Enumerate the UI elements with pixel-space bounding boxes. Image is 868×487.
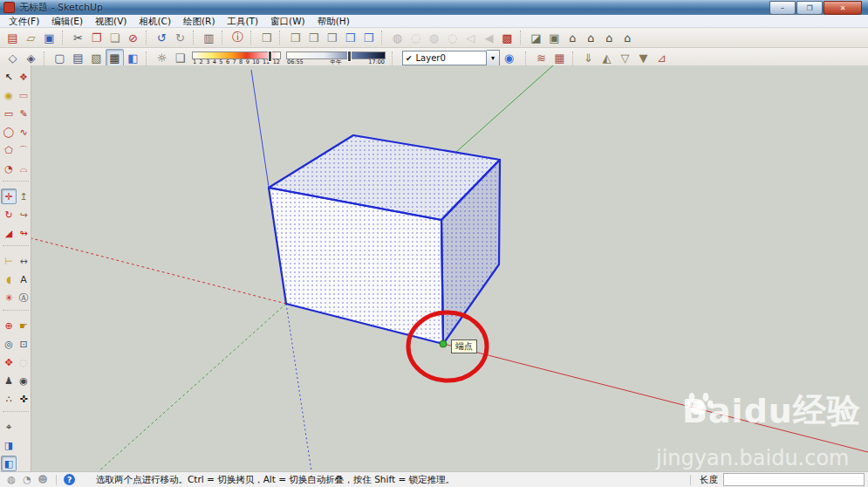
iso-view-icon[interactable]: ◪ bbox=[527, 29, 545, 47]
time-slider-track[interactable] bbox=[286, 51, 386, 59]
zoom-extents-tool[interactable]: ✥ bbox=[1, 354, 17, 370]
smoove-icon[interactable]: ⇓ bbox=[579, 49, 598, 67]
textured-style-icon[interactable]: ▦ bbox=[106, 49, 124, 67]
position-target-tool[interactable]: ⌖ bbox=[1, 419, 17, 435]
menu-tools[interactable]: 工具(T) bbox=[221, 15, 264, 27]
shadow-toggle-icon[interactable]: ❑ bbox=[171, 49, 189, 67]
date-slider-track[interactable] bbox=[192, 51, 281, 59]
geolocation-icon[interactable]: ◍ bbox=[5, 474, 17, 486]
component-icon-2[interactable]: ❒ bbox=[304, 29, 323, 47]
erase-icon[interactable]: ⊘ bbox=[124, 29, 142, 47]
flip-edge-icon[interactable]: ⊿ bbox=[653, 49, 671, 67]
minimize-button[interactable]: – bbox=[769, 1, 796, 15]
terrain-contours-icon[interactable]: ≋ bbox=[532, 49, 550, 67]
layer-select[interactable]: ✔ Layer0 bbox=[402, 51, 487, 65]
open-file-icon[interactable]: ▱ bbox=[22, 29, 40, 47]
xray-style-icon[interactable]: ◇ bbox=[3, 49, 22, 67]
pushpull-tool[interactable]: ↥ bbox=[16, 189, 31, 204]
shadow-settings-icon[interactable]: ☼ bbox=[153, 49, 171, 67]
make-component-tool[interactable]: ❖ bbox=[16, 69, 31, 85]
turnaround-tool[interactable]: ✜ bbox=[16, 391, 31, 407]
eraser-tool[interactable]: ▭ bbox=[16, 87, 31, 103]
interact-icon-2[interactable]: ◌ bbox=[407, 29, 425, 47]
3d-text-tool[interactable]: Ⓐ bbox=[16, 290, 31, 305]
previous-view-tool[interactable]: ◌ bbox=[16, 354, 31, 370]
restore-button[interactable]: ❐ bbox=[796, 1, 823, 15]
zoom-tool[interactable]: ◎ bbox=[1, 336, 17, 352]
top-view-icon[interactable]: ▣ bbox=[545, 29, 564, 47]
shaded-style-icon[interactable]: ▧ bbox=[87, 49, 106, 67]
interact-icon-3[interactable]: ◍ bbox=[425, 29, 443, 47]
zoom-window-tool[interactable]: ⊡ bbox=[16, 336, 31, 352]
arc2-tool[interactable]: ⌓ bbox=[16, 161, 31, 176]
front-view-icon[interactable]: ⌂ bbox=[564, 29, 582, 47]
circle-tool[interactable]: ◯ bbox=[1, 124, 17, 140]
tape-measure-tool[interactable]: ⊢ bbox=[1, 253, 17, 269]
shadow-time-slider[interactable]: 06:55 中午 17:00 bbox=[286, 51, 386, 65]
redo-icon[interactable]: ↻ bbox=[171, 29, 189, 47]
terrain-scratch-icon[interactable]: ▦ bbox=[550, 49, 569, 67]
make-group-icon[interactable]: ❒ bbox=[257, 29, 276, 47]
rectangle-tool[interactable]: ▭ bbox=[1, 106, 17, 121]
interact-icon-5[interactable]: ◁ bbox=[461, 29, 480, 47]
stamp-icon[interactable]: ◭ bbox=[598, 49, 616, 67]
axes-tool[interactable]: ✳ bbox=[1, 290, 17, 305]
protractor-tool[interactable]: ◖ bbox=[1, 271, 17, 287]
move-tool[interactable]: ✛ bbox=[1, 189, 17, 204]
walk-tool[interactable]: ∴ bbox=[1, 391, 17, 407]
wireframe-style-icon[interactable]: ▢ bbox=[51, 49, 69, 67]
print-icon[interactable]: ▥ bbox=[200, 29, 218, 47]
rotate-tool[interactable]: ↻ bbox=[1, 207, 17, 223]
add-detail-icon[interactable]: ▼ bbox=[634, 49, 653, 67]
component-icon-5[interactable]: ❒ bbox=[359, 29, 378, 47]
menu-camera[interactable]: 相机(C) bbox=[133, 15, 177, 27]
arc-tool[interactable]: ⌒ bbox=[16, 142, 31, 158]
menu-edit[interactable]: 编辑(E) bbox=[45, 15, 89, 27]
polygon-tool[interactable]: ⬠ bbox=[1, 142, 17, 158]
interact-icon-4[interactable]: ◌ bbox=[443, 29, 461, 47]
x-box-icon[interactable]: ▩ bbox=[498, 29, 516, 47]
credit-icon[interactable]: ◔ bbox=[21, 474, 33, 486]
new-file-icon[interactable]: ▤ bbox=[3, 29, 22, 47]
section-plane-tool[interactable]: ◨ bbox=[1, 437, 17, 453]
menu-file[interactable]: 文件(F) bbox=[3, 15, 45, 27]
right-view-icon[interactable]: ⌂ bbox=[582, 29, 600, 47]
close-button[interactable]: ✕ bbox=[824, 1, 862, 15]
component-icon-3[interactable]: ❒ bbox=[323, 29, 341, 47]
layer-dropdown-arrow[interactable]: ▾ bbox=[487, 50, 500, 66]
position-camera-tool[interactable]: ♟ bbox=[1, 373, 17, 388]
interact-icon-1[interactable]: ◍ bbox=[388, 29, 407, 47]
text-tool[interactable]: A bbox=[16, 271, 31, 287]
cut-icon[interactable]: ✂ bbox=[69, 29, 87, 47]
help-icon[interactable]: ? bbox=[64, 474, 75, 485]
look-around-tool[interactable]: ◉ bbox=[16, 373, 31, 388]
pan-tool[interactable]: ☛ bbox=[16, 318, 31, 333]
user-icon[interactable]: ☻ bbox=[37, 474, 49, 486]
orbit-tool[interactable]: ⊕ bbox=[1, 318, 17, 333]
component-icon-1[interactable]: ❒ bbox=[286, 29, 304, 47]
measurement-input[interactable] bbox=[723, 473, 865, 486]
time-slider-handle[interactable] bbox=[347, 51, 352, 62]
cube-model[interactable] bbox=[269, 135, 500, 344]
component-icon-4[interactable]: ❒ bbox=[341, 29, 359, 47]
save-icon[interactable]: ▣ bbox=[40, 29, 58, 47]
shadow-date-slider[interactable]: 123456789101112 bbox=[192, 51, 281, 65]
select-tool[interactable]: ↖ bbox=[1, 69, 17, 85]
undo-icon[interactable]: ↺ bbox=[153, 29, 171, 47]
model-info-icon[interactable]: ⓘ bbox=[229, 29, 247, 47]
copy-icon[interactable]: ❐ bbox=[87, 29, 106, 47]
interact-icon-6[interactable]: ◀ bbox=[480, 29, 498, 47]
layer-manager-icon[interactable]: ◉ bbox=[500, 49, 518, 67]
scale-tool[interactable]: ◢ bbox=[1, 225, 17, 241]
menu-draw[interactable]: 绘图(R) bbox=[177, 15, 222, 27]
hiddenline-style-icon[interactable]: ▤ bbox=[69, 49, 87, 67]
section-cut-tool[interactable]: ◧ bbox=[1, 456, 17, 471]
dimension-tool[interactable]: ↔ bbox=[16, 253, 31, 269]
left-view-icon[interactable]: ⌂ bbox=[619, 29, 637, 47]
backedge-style-icon[interactable]: ◈ bbox=[22, 49, 40, 67]
line-tool[interactable]: ✎ bbox=[16, 106, 31, 121]
menu-help[interactable]: 帮助(H) bbox=[311, 15, 356, 27]
menu-view[interactable]: 视图(V) bbox=[89, 15, 133, 27]
pie-tool[interactable]: ◔ bbox=[1, 161, 17, 176]
monochrome-style-icon[interactable]: ◧ bbox=[124, 49, 142, 67]
